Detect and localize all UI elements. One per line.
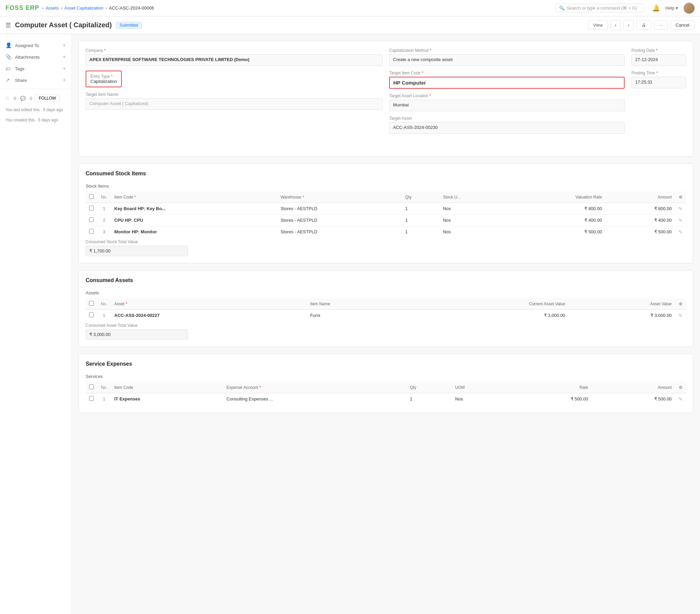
svc-row-1-rate: ₹ 500.00	[508, 393, 591, 405]
breadcrumb-assets[interactable]: Assets	[45, 5, 59, 11]
gear-icon2[interactable]: ⚙	[679, 302, 683, 306]
select-all-services-checkbox[interactable]	[89, 385, 94, 389]
stock-row-1-no: 1	[97, 203, 111, 215]
app-logo[interactable]: FOSS ERP	[5, 4, 39, 12]
services-table: No. Item Code Expense Account * Qty UOM …	[86, 382, 686, 404]
sidebar: 👤 Assigned To + 📎 Attachments + 🏷 Tags +…	[0, 34, 72, 614]
stock-row-2-warehouse[interactable]: Stores - AESTPLD	[277, 215, 401, 226]
form-card-main: Company * APEX ENTERPRISE SOFTWARE TECHN…	[78, 41, 693, 156]
stock-row-2-edit-icon[interactable]: ✎	[678, 218, 683, 223]
svc-row-1-checkbox[interactable]	[89, 396, 94, 401]
target-item-name-group: Target Item Name Computer Asset ( Capita…	[86, 92, 383, 110]
sidebar-item-assigned-to[interactable]: 👤 Assigned To +	[0, 40, 71, 51]
svc-row-1-expense-account[interactable]: Consulting Expenses ...	[223, 393, 406, 405]
target-asset-value: ACC-ASS-2024-00230	[389, 122, 625, 134]
form-col-dates: Posting Date * 27-12-2024 Posting Time *	[632, 48, 686, 138]
th-gear: ⚙	[675, 191, 686, 203]
stock-row-3-item-code[interactable]: Monitor HP: Monitor	[111, 226, 277, 238]
th-expense-account: Expense Account *	[223, 382, 406, 393]
table-row: 1 Key Board HP: Key Bo... Stores - AESTP…	[86, 203, 686, 215]
posting-time-label: Posting Time *	[632, 71, 686, 75]
search-placeholder: Search or type a command (⌘ + G)	[567, 5, 637, 11]
stock-row-1-qty: 1	[402, 203, 440, 215]
stock-row-2-checkbox[interactable]	[89, 217, 94, 222]
hamburger-menu-icon[interactable]: ☰	[5, 22, 11, 29]
th-checkbox	[86, 191, 97, 203]
sidebar-item-tags[interactable]: 🏷 Tags +	[0, 63, 71, 74]
attachments-label: Attachments	[15, 54, 60, 60]
stock-row-3-warehouse[interactable]: Stores - AESTPLD	[277, 226, 401, 238]
share-add-icon[interactable]: +	[63, 77, 66, 83]
help-button[interactable]: Help ▾	[665, 5, 678, 11]
posting-time-value[interactable]: 17:25:31	[632, 77, 686, 88]
sidebar-item-attachments[interactable]: 📎 Attachments +	[0, 51, 71, 63]
posting-date-value[interactable]: 27-12-2024	[632, 54, 686, 66]
asset-row-1-checkbox[interactable]	[89, 312, 94, 317]
entry-type-label: Entry Type *	[90, 74, 117, 79]
stock-row-1-edit-icon[interactable]: ✎	[678, 206, 683, 212]
breadcrumb-sep3: ›	[105, 5, 107, 11]
gear-icon3[interactable]: ⚙	[679, 385, 683, 390]
gear-icon[interactable]: ⚙	[679, 195, 683, 200]
sidebar-item-share[interactable]: ↗ Share +	[0, 74, 71, 86]
heart-icon[interactable]: ♡	[5, 96, 10, 101]
select-all-assets-checkbox[interactable]	[89, 301, 94, 306]
asset-row-1-asset[interactable]: ACC-ASS-2024-00227	[111, 310, 307, 321]
services-thead: No. Item Code Expense Account * Qty UOM …	[86, 382, 686, 393]
th-item-name: Item Name	[307, 298, 407, 310]
stock-row-3-checkbox[interactable]	[89, 229, 94, 234]
th-item-code: Item Code *	[111, 191, 277, 203]
consumed-stock-card: Consumed Stock Items Stock Items No. Ite…	[78, 163, 693, 263]
assets-total-value: ₹ 3,000.00	[86, 329, 188, 340]
th-no: No.	[97, 191, 111, 203]
cancel-button[interactable]: Cancel	[671, 21, 695, 30]
print-button[interactable]: 🖨	[637, 21, 651, 30]
next-arrow-button[interactable]: ›	[624, 20, 634, 30]
stock-row-2-item-code[interactable]: CPU HP: CPU	[111, 215, 277, 226]
th-stock-u: Stock U...	[439, 191, 510, 203]
svc-row-1-no: 1	[97, 393, 111, 405]
stock-row-3-edit-icon[interactable]: ✎	[678, 229, 683, 235]
form-row-1: Company * APEX ENTERPRISE SOFTWARE TECHN…	[86, 48, 686, 144]
target-asset-location-group: Target Asset Location * Mumbai	[389, 93, 625, 111]
breadcrumb-sep: ›	[42, 5, 43, 11]
form-col-right-main: Capitalization Method * Create a new com…	[389, 48, 625, 138]
likes-count: 0	[14, 96, 16, 101]
comment-icon[interactable]: 💬	[20, 96, 26, 101]
tags-add-icon[interactable]: +	[63, 65, 66, 72]
assets-total-label: Consumed Asset Total Value	[86, 323, 686, 328]
prev-arrow-button[interactable]: ‹	[611, 20, 621, 30]
assigned-to-add-icon[interactable]: +	[63, 42, 66, 48]
stock-row-3-no: 3	[97, 226, 111, 238]
assets-table: No. Asset * Item Name Current Asset Valu…	[86, 298, 686, 321]
select-all-stock-checkbox[interactable]	[89, 194, 94, 199]
stock-row-3-qty: 1	[402, 226, 440, 238]
svc-row-1-edit-icon[interactable]: ✎	[678, 396, 683, 402]
header-actions: View ‹ › 🖨 ··· Cancel	[588, 20, 695, 30]
more-options-button[interactable]: ···	[654, 21, 668, 30]
stock-row-1-checkbox[interactable]	[89, 206, 94, 211]
search-bar[interactable]: 🔍 Search or type a command (⌘ + G)	[555, 4, 644, 12]
stock-row-1-item-code[interactable]: Key Board HP: Key Bo...	[111, 203, 277, 215]
tag-icon: 🏷	[5, 66, 12, 72]
notifications-icon[interactable]: 🔔	[652, 4, 660, 12]
view-button[interactable]: View	[588, 21, 608, 30]
asset-row-1-edit-icon[interactable]: ✎	[678, 313, 683, 318]
breadcrumb-asset-cap[interactable]: Asset Capitalization	[64, 5, 103, 11]
th-rate: Rate	[508, 382, 591, 393]
avatar[interactable]	[684, 3, 695, 14]
target-item-code-value[interactable]: HP Computer	[389, 77, 625, 89]
search-icon: 🔍	[559, 5, 565, 11]
form-col-right: Capitalization Method * Create a new com…	[389, 48, 686, 144]
cap-method-value[interactable]: Create a new composite asset	[389, 54, 625, 66]
top-navigation: FOSS ERP › Assets › Asset Capitalization…	[0, 0, 700, 16]
attachments-add-icon[interactable]: +	[63, 54, 66, 60]
target-asset-location-value[interactable]: Mumbai	[389, 100, 625, 111]
svc-row-1-item-code[interactable]: IT Expenses	[111, 393, 223, 405]
entry-type-value[interactable]: Capitalization	[90, 79, 117, 84]
follow-button[interactable]: FOLLOW	[35, 95, 60, 102]
user-icon: 👤	[5, 42, 12, 48]
stock-row-1-warehouse[interactable]: Stores - AESTPLD	[277, 203, 401, 215]
stock-total-label: Consumed Stock Total Value	[86, 239, 686, 244]
target-asset-label: Target Asset	[389, 116, 625, 121]
